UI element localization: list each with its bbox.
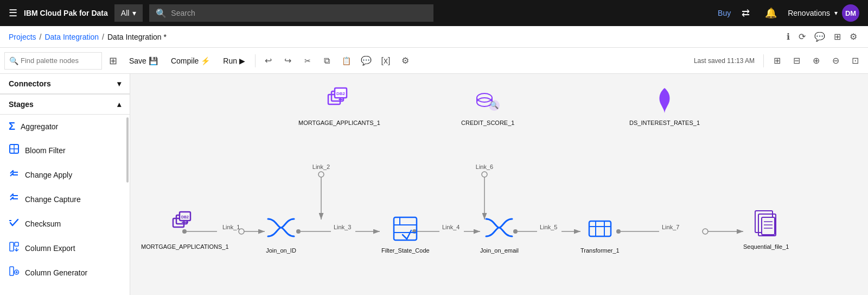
sidebar-toggle-button[interactable]: ⊞: [104, 52, 122, 70]
chat-icon[interactable]: 💬: [812, 29, 827, 44]
compile-button[interactable]: Compile ⚡: [165, 52, 215, 70]
filter-state-code-label: Filter_State_Code: [381, 247, 430, 254]
last-saved-label: Last saved 11:13 AM: [694, 57, 755, 65]
node-transformer[interactable]: Transformer_1: [580, 212, 620, 254]
link4-label: Link_4: [442, 224, 459, 230]
link3-label: Link_3: [334, 224, 351, 230]
global-search-box[interactable]: 🔍: [149, 4, 433, 22]
sequential-file-label: Sequential_file_1: [743, 243, 789, 250]
transformer-icon: [584, 212, 616, 245]
svg-text:🔍: 🔍: [490, 101, 499, 110]
save-button[interactable]: Save 💾: [124, 52, 163, 70]
filter-state-code-icon: [389, 212, 422, 245]
breadcrumb-sep-1: /: [40, 33, 42, 41]
flow-canvas[interactable]: Link_2 Link_6 Link_1 Link_3 Link_4: [130, 74, 868, 295]
add-canvas-button[interactable]: ⊞: [768, 52, 786, 70]
bloom-filter-icon: [9, 143, 20, 157]
breadcrumb-data-integration[interactable]: Data Integration: [44, 33, 99, 41]
zoom-out-button[interactable]: ⊖: [827, 52, 844, 70]
node-join-on-email[interactable]: Join_on_email: [480, 212, 519, 254]
column-export-icon: [9, 241, 20, 255]
compile-icon: ⚡: [201, 57, 210, 65]
svg-rect-54: [589, 221, 611, 236]
column-export-label: Column Export: [25, 244, 75, 253]
link6-label: Link_6: [476, 164, 493, 170]
split-icon[interactable]: ⊞: [832, 29, 843, 44]
node-mortgage-applicants[interactable]: DB2 ▬ MORTGAGE_APPLICANTS_1: [298, 85, 380, 126]
node-mortgage-applications[interactable]: DB2 ▬▬ MORTGAGE_APPLICATIONS_1: [141, 209, 229, 250]
comment-button[interactable]: 💬: [358, 52, 375, 70]
palette-search-input[interactable]: [21, 57, 97, 65]
mortgage-applicants-label: MORTGAGE_APPLICANTS_1: [298, 120, 380, 126]
paste-button[interactable]: 📋: [338, 52, 355, 70]
palette-search-box[interactable]: 🔍: [4, 52, 102, 70]
user-avatar[interactable]: DM: [842, 4, 859, 22]
checksum-icon: [9, 217, 20, 230]
node-sequential-file[interactable]: Sequential_file_1: [743, 209, 789, 250]
sidebar-item-column-export[interactable]: Column Export: [0, 236, 130, 260]
column-generator-icon: [9, 266, 20, 279]
node-credit-score[interactable]: 🔍 CREDIT_SCORE_1: [461, 85, 514, 126]
filter-all-dropdown[interactable]: All ▾: [114, 4, 143, 22]
svg-point-19: [239, 229, 244, 234]
fit-view-button[interactable]: ⊡: [846, 52, 864, 70]
sidebar-item-change-apply[interactable]: Change Apply: [0, 162, 130, 187]
stages-label: Stages: [9, 100, 34, 109]
zoom-in-button[interactable]: ⊕: [807, 52, 825, 70]
run-icon: ▶: [239, 57, 245, 65]
breadcrumb-projects[interactable]: Projects: [9, 33, 36, 41]
top-navigation: ☰ IBM Cloud Pak for Data All ▾ 🔍 Buy ⇄ 🔔…: [0, 0, 868, 26]
sidebar-item-bloom-filter[interactable]: Bloom Filter: [0, 138, 130, 162]
main-layout: Connectors ▾ Stages ▴ Σ Aggregator Bloom…: [0, 74, 868, 295]
aggregator-icon: Σ: [9, 120, 15, 133]
copy-button[interactable]: ⧉: [318, 52, 336, 70]
undo-button[interactable]: ↩: [260, 52, 277, 70]
svg-point-32: [703, 229, 708, 234]
redo-button[interactable]: ↪: [279, 52, 297, 70]
toolbar: 🔍 ⊞ Save 💾 Compile ⚡ Run ▶ ↩ ↪ ✂ ⧉ 📋 💬 […: [0, 48, 868, 74]
remove-canvas-button[interactable]: ⊟: [788, 52, 805, 70]
connectors-label: Connectors: [9, 79, 51, 88]
history-icon[interactable]: ⟳: [796, 29, 808, 44]
transfer-icon[interactable]: ⇄: [737, 7, 754, 19]
svg-rect-5: [15, 242, 18, 246]
breadcrumb-bar: Projects / Data Integration / Data Integ…: [0, 26, 868, 48]
sidebar-item-checksum[interactable]: Checksum: [0, 211, 130, 236]
svg-rect-7: [10, 267, 14, 275]
palette-sidebar: Connectors ▾ Stages ▴ Σ Aggregator Bloom…: [0, 74, 130, 295]
hamburger-menu-icon[interactable]: ☰: [9, 7, 17, 19]
join-on-email-icon: [483, 212, 515, 245]
run-button[interactable]: Run ▶: [218, 52, 251, 70]
username-label: Renovations: [788, 9, 830, 17]
palette-search-icon: 🔍: [9, 57, 18, 65]
connectors-collapse-icon: ▾: [117, 79, 121, 88]
join-on-id-icon: [265, 212, 297, 245]
user-profile-area[interactable]: Renovations ▾ DM: [788, 4, 859, 22]
flow-settings-button[interactable]: ⚙: [397, 52, 414, 70]
node-ds-interest-rates[interactable]: DS_INTEREST_RATES_1: [629, 85, 700, 126]
stages-section-header[interactable]: Stages ▴: [0, 94, 130, 115]
mortgage-applications-icon: DB2 ▬▬: [169, 209, 201, 241]
sidebar-scrollbar[interactable]: [126, 117, 129, 183]
link5-label: Link_5: [540, 224, 557, 230]
global-search-input[interactable]: [171, 9, 427, 17]
sidebar-item-column-generator[interactable]: Column Generator: [0, 260, 130, 285]
node-filter-state-code[interactable]: Filter_State_Code: [381, 212, 430, 254]
variable-button[interactable]: [x]: [377, 52, 394, 70]
join-on-id-label: Join_on_ID: [266, 247, 296, 254]
buy-link[interactable]: Buy: [718, 9, 731, 17]
settings-small-icon[interactable]: ⚙: [847, 29, 859, 44]
svg-rect-60: [762, 217, 775, 235]
node-join-on-id[interactable]: Join_on_ID: [265, 212, 297, 254]
column-generator-label: Column Generator: [25, 268, 87, 277]
sidebar-item-change-capture[interactable]: Change Capture: [0, 187, 130, 211]
change-apply-icon: [9, 168, 20, 181]
info-icon[interactable]: ℹ: [784, 29, 792, 44]
ds-interest-rates-icon: [648, 85, 681, 117]
sidebar-item-aggregator[interactable]: Σ Aggregator: [0, 115, 130, 138]
breadcrumb-sep-2: /: [102, 33, 104, 41]
notification-bell-icon[interactable]: 🔔: [761, 7, 781, 19]
cut-button[interactable]: ✂: [299, 52, 316, 70]
transformer-label: Transformer_1: [580, 247, 620, 254]
connectors-section-header[interactable]: Connectors ▾: [0, 74, 130, 94]
